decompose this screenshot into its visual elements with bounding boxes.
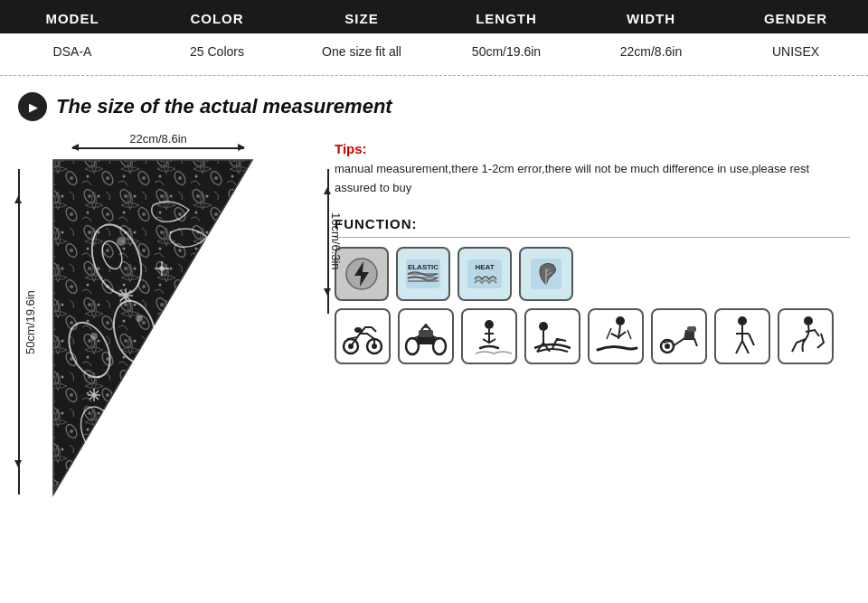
snowmobile2-icon [651,308,707,364]
waterski-icon [461,308,517,364]
cell-width: 22cm/8.6in [579,33,723,66]
svg-point-15 [136,315,143,322]
bandana-wrapper: 50cm/19.6in [18,151,307,507]
function-label: FUNCTION: [335,216,850,231]
data-row: DSA-A 25 Colors One size fit all 50cm/19… [0,33,868,76]
svg-point-66 [665,344,670,349]
climbing-icon [778,308,834,364]
diagram-area: 22cm/8.6in 50cm/19.6 [18,132,307,507]
tips-label: Tips: [335,141,850,156]
cell-model: DSA-A [0,33,145,66]
main-content: 22cm/8.6in 50cm/19.6 [0,132,868,507]
svg-line-72 [749,334,754,345]
feather-icon [519,247,573,301]
svg-point-67 [738,316,747,325]
svg-point-73 [804,316,813,325]
svg-point-47 [354,327,362,333]
snowmobile-icon [524,308,580,364]
hiking-icon [714,308,770,364]
motorcycle-icon [335,308,391,364]
svg-line-63 [627,330,631,339]
svg-text:HEAT: HEAT [475,263,494,271]
svg-point-48 [406,338,419,354]
width-measurement-label: 22cm/8.6in [129,132,187,146]
header-gender: GENDER [723,0,868,33]
lightning-icon [335,247,389,301]
side-measurement-label: 16cm/6.3in [329,187,343,296]
svg-rect-51 [419,330,433,337]
svg-point-49 [433,338,446,354]
section-title: The size of the actual measurement [56,95,392,118]
header-width: WIDTH [579,0,723,33]
svg-point-53 [485,320,494,329]
function-divider [335,237,850,238]
length-label: 50cm/19.6in [24,151,37,495]
svg-line-70 [742,341,749,353]
cell-gender: UNISEX [723,33,868,66]
header-model: MODEL [0,0,145,33]
svg-point-26 [92,393,97,398]
atv-icon [398,308,454,364]
arrow-icon [18,92,47,121]
cell-color: 25 Colors [145,33,289,66]
svg-line-62 [607,328,611,339]
svg-point-56 [539,322,548,331]
right-panel: Tips: manual measurement,there 1-2cm err… [335,132,850,507]
svg-point-60 [616,316,625,325]
svg-point-11 [117,237,126,246]
section-title-row: The size of the actual measurement [18,92,850,121]
activity-icons-row [335,308,850,364]
header-table: MODEL COLOR SIZE LENGTH WIDTH GENDER [0,0,868,33]
svg-line-69 [736,341,742,353]
skiing-icon [588,308,644,364]
heat-icon: HEAT [458,247,512,301]
svg-rect-65 [687,326,696,332]
header-length: LENGTH [434,0,579,33]
function-icons-row1: ELASTIC HEAT [335,247,850,301]
cell-length: 50cm/19.6in [434,33,579,66]
header-size: SIZE [289,0,434,33]
bandana-svg: 16cm/6.3in [44,151,261,507]
svg-point-13 [90,333,98,340]
svg-point-29 [159,266,165,271]
cell-size: One size fit all [289,33,434,66]
elastic-icon: ELASTIC [396,247,450,301]
svg-point-21 [123,293,128,298]
header-color: COLOR [145,0,289,33]
svg-text:ELASTIC: ELASTIC [408,263,439,271]
tips-text: manual measurement,there 1-2cm error,the… [335,160,850,198]
